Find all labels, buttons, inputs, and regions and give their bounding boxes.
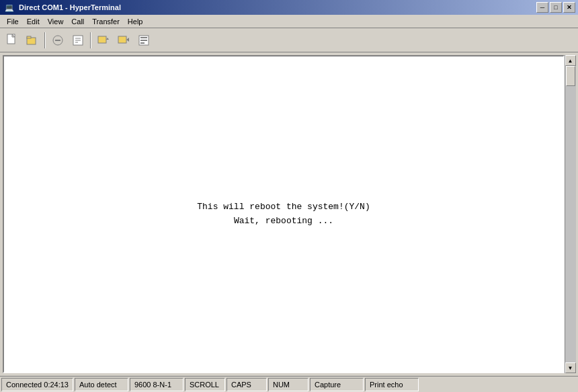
menu-file[interactable]: File bbox=[3, 16, 23, 27]
app-icon: 💻 bbox=[4, 2, 15, 13]
terminal-line-1: This will reboot the system!(Y/N) bbox=[197, 200, 370, 214]
menu-call[interactable]: Call bbox=[67, 16, 88, 27]
titlebar: 💻 Direct COM1 - HyperTerminal ─ □ ✕ bbox=[0, 0, 578, 15]
separator-1 bbox=[44, 32, 46, 48]
close-button[interactable]: ✕ bbox=[563, 2, 575, 13]
status-scroll: SCROLL bbox=[185, 378, 225, 391]
scrollbar[interactable]: ▲ ▼ bbox=[565, 55, 575, 373]
status-encoding: Auto detect bbox=[75, 378, 128, 391]
status-print-echo: Print echo bbox=[365, 378, 419, 391]
minimize-button[interactable]: ─ bbox=[536, 2, 548, 13]
svg-marker-11 bbox=[106, 38, 109, 40]
menu-view[interactable]: View bbox=[44, 16, 68, 27]
main-area: This will reboot the system!(Y/N) Wait, … bbox=[0, 52, 578, 376]
separator-2 bbox=[90, 32, 91, 48]
svg-rect-17 bbox=[140, 42, 144, 44]
scroll-down-button[interactable]: ▼ bbox=[565, 362, 576, 373]
scroll-up-button[interactable]: ▲ bbox=[565, 55, 576, 66]
terminal-line-2: Wait, rebooting ... bbox=[234, 214, 333, 229]
status-caps: CAPS bbox=[226, 378, 267, 391]
scroll-track[interactable] bbox=[565, 66, 576, 362]
terminal-window[interactable]: This will reboot the system!(Y/N) Wait, … bbox=[3, 55, 565, 373]
window-title: Direct COM1 - HyperTerminal bbox=[19, 3, 121, 11]
capture-button[interactable] bbox=[134, 31, 153, 50]
menu-help[interactable]: Help bbox=[124, 16, 147, 27]
open-button[interactable] bbox=[23, 31, 42, 50]
receive-button[interactable] bbox=[114, 31, 133, 50]
svg-rect-10 bbox=[98, 36, 106, 43]
status-baudrate: 9600 8-N-1 bbox=[130, 378, 183, 391]
status-capture: Capture bbox=[310, 378, 364, 391]
statusbar: Connected 0:24:13 Auto detect 9600 8-N-1… bbox=[0, 376, 578, 392]
new-button[interactable] bbox=[3, 31, 22, 50]
svg-rect-16 bbox=[140, 40, 147, 41]
svg-rect-15 bbox=[140, 37, 147, 38]
menu-transfer[interactable]: Transfer bbox=[88, 16, 124, 27]
toolbar bbox=[0, 28, 578, 52]
disconnect-button[interactable] bbox=[48, 31, 67, 50]
menubar: File Edit View Call Transfer Help bbox=[0, 15, 578, 28]
svg-marker-13 bbox=[126, 38, 129, 42]
titlebar-buttons: ─ □ ✕ bbox=[536, 2, 575, 13]
properties-button[interactable] bbox=[69, 31, 87, 50]
terminal-content: This will reboot the system!(Y/N) Wait, … bbox=[9, 62, 558, 366]
scroll-thumb[interactable] bbox=[566, 66, 575, 86]
status-num: NUM bbox=[268, 378, 308, 391]
status-connection: Connected 0:24:13 bbox=[1, 378, 73, 391]
svg-rect-12 bbox=[118, 36, 126, 43]
menu-edit[interactable]: Edit bbox=[23, 16, 44, 27]
send-button[interactable] bbox=[94, 31, 113, 50]
titlebar-left: 💻 Direct COM1 - HyperTerminal bbox=[4, 2, 121, 13]
restore-button[interactable]: □ bbox=[550, 2, 562, 13]
svg-rect-3 bbox=[27, 36, 31, 38]
